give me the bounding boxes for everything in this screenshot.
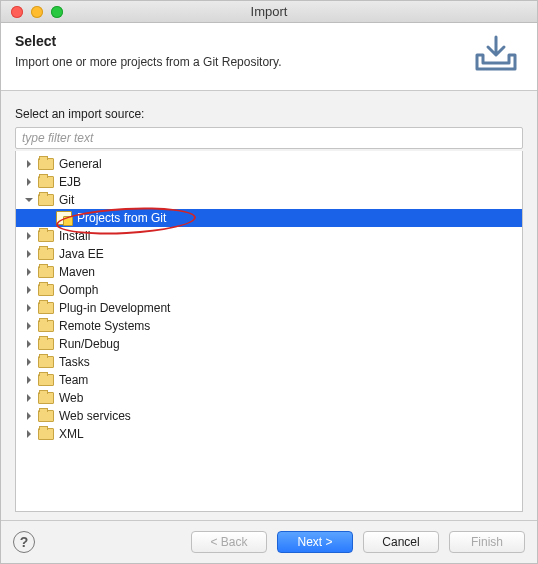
titlebar: Import bbox=[1, 1, 537, 23]
wizard-header: Select Import one or more projects from … bbox=[1, 23, 537, 91]
folder-icon bbox=[38, 320, 54, 332]
disclosure-right-icon[interactable] bbox=[24, 303, 34, 313]
tree-item-label: Web bbox=[59, 391, 83, 405]
tree-item-label: Oomph bbox=[59, 283, 98, 297]
wizard-subtitle: Import one or more projects from a Git R… bbox=[15, 55, 282, 69]
tree-item[interactable]: XML bbox=[16, 425, 522, 443]
disclosure-right-icon[interactable] bbox=[24, 267, 34, 277]
wizard-footer: ? < Back Next > Cancel Finish bbox=[1, 520, 537, 563]
folder-icon bbox=[38, 248, 54, 260]
filter-text-input[interactable]: type filter text bbox=[15, 127, 523, 149]
filter-placeholder: type filter text bbox=[22, 131, 93, 145]
disclosure-right-icon[interactable] bbox=[24, 177, 34, 187]
disclosure-right-icon[interactable] bbox=[24, 393, 34, 403]
folder-icon bbox=[38, 356, 54, 368]
tree-item[interactable]: Remote Systems bbox=[16, 317, 522, 335]
folder-icon bbox=[38, 302, 54, 314]
disclosure-right-icon[interactable] bbox=[24, 429, 34, 439]
disclosure-right-icon[interactable] bbox=[24, 375, 34, 385]
disclosure-right-icon[interactable] bbox=[24, 249, 34, 259]
tree-item-label: Run/Debug bbox=[59, 337, 120, 351]
tree-item-label: Install bbox=[59, 229, 90, 243]
folder-icon bbox=[38, 266, 54, 278]
import-icon bbox=[473, 35, 519, 76]
wizard-title: Select bbox=[15, 33, 282, 49]
disclosure-right-icon[interactable] bbox=[24, 411, 34, 421]
tree-item[interactable]: Team bbox=[16, 371, 522, 389]
import-dialog: Import Select Import one or more project… bbox=[0, 0, 538, 564]
back-button[interactable]: < Back bbox=[191, 531, 267, 553]
tree-item[interactable]: General bbox=[16, 155, 522, 173]
tree-item[interactable]: Run/Debug bbox=[16, 335, 522, 353]
finish-button[interactable]: Finish bbox=[449, 531, 525, 553]
cancel-button[interactable]: Cancel bbox=[363, 531, 439, 553]
folder-icon bbox=[38, 374, 54, 386]
folder-icon bbox=[38, 176, 54, 188]
wizard-body: Select an import source: type filter tex… bbox=[1, 91, 537, 520]
folder-icon bbox=[38, 428, 54, 440]
tree-item[interactable]: Install bbox=[16, 227, 522, 245]
tree-item[interactable]: Tasks bbox=[16, 353, 522, 371]
help-button[interactable]: ? bbox=[13, 531, 35, 553]
folder-icon bbox=[38, 158, 54, 170]
tree-item-label: Team bbox=[59, 373, 88, 387]
tree-item-label: Git bbox=[59, 193, 74, 207]
folder-icon bbox=[38, 392, 54, 404]
tree-item-label: EJB bbox=[59, 175, 81, 189]
tree-item[interactable]: Plug-in Development bbox=[16, 299, 522, 317]
folder-icon bbox=[38, 230, 54, 242]
tree-item-label: Remote Systems bbox=[59, 319, 150, 333]
tree-item[interactable]: Web bbox=[16, 389, 522, 407]
window-title: Import bbox=[1, 4, 537, 19]
tree-item-label: Tasks bbox=[59, 355, 90, 369]
folder-icon bbox=[38, 338, 54, 350]
tree-item[interactable]: Oomph bbox=[16, 281, 522, 299]
disclosure-right-icon[interactable] bbox=[24, 159, 34, 169]
disclosure-right-icon[interactable] bbox=[24, 321, 34, 331]
tree-item[interactable]: EJB bbox=[16, 173, 522, 191]
import-source-label: Select an import source: bbox=[15, 107, 523, 121]
disclosure-right-icon[interactable] bbox=[24, 285, 34, 295]
tree-item-label: Projects from Git bbox=[77, 211, 166, 225]
tree-item[interactable]: Web services bbox=[16, 407, 522, 425]
disclosure-right-icon[interactable] bbox=[24, 357, 34, 367]
tree-item-label: Web services bbox=[59, 409, 131, 423]
tree-item[interactable]: Java EE bbox=[16, 245, 522, 263]
import-source-tree[interactable]: GeneralEJBGitProjects from GitInstallJav… bbox=[15, 151, 523, 512]
folder-icon bbox=[38, 284, 54, 296]
tree-item-label: Java EE bbox=[59, 247, 104, 261]
wizard-icon bbox=[56, 211, 72, 225]
folder-icon bbox=[38, 194, 54, 206]
disclosure-right-icon[interactable] bbox=[24, 339, 34, 349]
tree-item[interactable]: Git bbox=[16, 191, 522, 209]
tree-item[interactable]: Maven bbox=[16, 263, 522, 281]
disclosure-down-icon[interactable] bbox=[24, 195, 34, 205]
tree-item-label: General bbox=[59, 157, 102, 171]
next-button[interactable]: Next > bbox=[277, 531, 353, 553]
tree-item-selected[interactable]: Projects from Git bbox=[16, 209, 522, 227]
folder-icon bbox=[38, 410, 54, 422]
tree-item-label: XML bbox=[59, 427, 84, 441]
disclosure-right-icon[interactable] bbox=[24, 231, 34, 241]
tree-item-label: Maven bbox=[59, 265, 95, 279]
tree-item-label: Plug-in Development bbox=[59, 301, 170, 315]
